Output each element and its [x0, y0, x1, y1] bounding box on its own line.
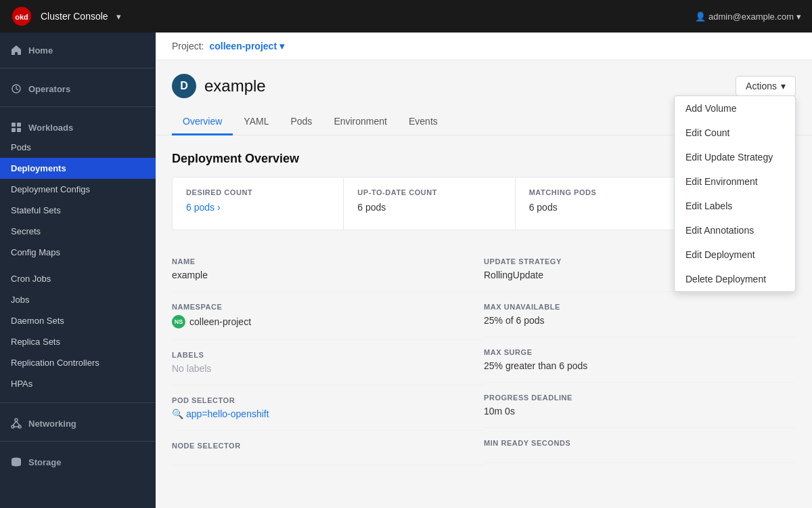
- sidebar-cron-jobs-label: Cron Jobs: [11, 274, 51, 284]
- sidebar-item-deployments[interactable]: Deployments: [0, 158, 156, 179]
- namespace-link[interactable]: colleen-project: [189, 316, 251, 327]
- sidebar-item-workloads[interactable]: Workloads: [0, 115, 156, 137]
- stat-desired-count: DESIRED COUNT 6 pods ›: [173, 177, 344, 230]
- sidebar-item-replication-controllers[interactable]: Replication Controllers: [0, 352, 156, 373]
- svg-line-11: [16, 421, 20, 425]
- sidebar-storage-label: Storage: [28, 457, 61, 467]
- sidebar-item-home[interactable]: Home: [0, 38, 156, 60]
- detail-node-selector: NODE SELECTOR: [172, 431, 484, 465]
- sidebar-operators-label: Operators: [28, 84, 70, 94]
- username-label: admin@example.com: [708, 12, 794, 22]
- detail-labels: LABELS No labels: [172, 340, 484, 385]
- sidebar-item-jobs[interactable]: Jobs: [0, 289, 156, 310]
- sidebar-replication-controllers-label: Replication Controllers: [11, 358, 99, 368]
- stat-uptodate-value: 6 pods: [357, 202, 501, 213]
- sidebar-jobs-label: Jobs: [11, 295, 29, 305]
- detail-max-unavailable: MAX UNAVAILABLE 25% of 6 pods: [484, 292, 796, 337]
- user-menu[interactable]: 👤 admin@example.com ▾: [695, 12, 801, 22]
- dropdown-item-edit-annotations[interactable]: Edit Annotations: [675, 218, 795, 242]
- stat-uptodate-count: UP-TO-DATE COUNT 6 pods: [344, 177, 515, 230]
- dropdown-item-edit-labels[interactable]: Edit Labels: [675, 194, 795, 218]
- stat-desired-value[interactable]: 6 pods ›: [186, 202, 330, 213]
- detail-max-unavailable-label: MAX UNAVAILABLE: [484, 303, 796, 311]
- dropdown-item-delete-deployment[interactable]: Delete Deployment: [675, 267, 795, 291]
- networking-icon: [11, 418, 22, 429]
- sidebar-divider-2: [0, 106, 156, 107]
- project-chevron-icon: ▾: [279, 41, 284, 51]
- detail-max-surge-label: MAX SURGE: [484, 348, 796, 356]
- sidebar-item-networking[interactable]: Networking: [0, 411, 156, 433]
- dropdown-item-edit-environment[interactable]: Edit Environment: [675, 169, 795, 194]
- cluster-console-label: Cluster Console: [41, 11, 108, 22]
- main-layout: Home Operators Workloads Pods Deployment…: [0, 33, 812, 508]
- sidebar-item-daemon-sets[interactable]: Daemon Sets: [0, 310, 156, 331]
- tab-events[interactable]: Events: [398, 109, 449, 135]
- sidebar-item-hpas[interactable]: HPAs: [0, 373, 156, 394]
- sidebar-item-secrets[interactable]: Secrets: [0, 221, 156, 242]
- svg-rect-5: [12, 128, 16, 132]
- project-label: Project:: [172, 41, 204, 51]
- dropdown-item-edit-deployment[interactable]: Edit Deployment: [675, 242, 795, 267]
- detail-namespace-label: NAMESPACE: [172, 303, 484, 311]
- sidebar-group-home: Home: [0, 33, 156, 65]
- chevron-down-icon: ▾: [116, 12, 121, 22]
- detail-namespace-value: NS colleen-project: [172, 315, 251, 329]
- svg-rect-4: [17, 123, 21, 127]
- project-bar: Project: colleen-project ▾: [156, 33, 812, 60]
- sidebar-group-workloads: Workloads Pods Deployments Deployment Co…: [0, 110, 156, 400]
- actions-chevron-icon: ▾: [781, 81, 786, 91]
- topbar: okd Cluster Console ▾ 👤 admin@example.co…: [0, 0, 812, 33]
- tab-pods[interactable]: Pods: [279, 109, 323, 135]
- sidebar-hpas-label: HPAs: [11, 379, 32, 389]
- content-area: Project: colleen-project ▾ D example Act…: [156, 33, 812, 508]
- storage-icon: [11, 457, 22, 467]
- sidebar-daemon-sets-label: Daemon Sets: [11, 316, 64, 326]
- detail-name: NAME example: [172, 247, 484, 292]
- detail-pod-selector-value[interactable]: 🔍app=hello-openshift: [172, 408, 484, 419]
- detail-labels-value: No labels: [172, 363, 484, 374]
- home-icon: [11, 45, 22, 56]
- detail-labels-label: LABELS: [172, 351, 484, 359]
- sidebar-config-maps-label: Config Maps: [11, 247, 60, 257]
- sidebar-item-replica-sets[interactable]: Replica Sets: [0, 331, 156, 352]
- detail-name-label: NAME: [172, 257, 484, 266]
- tab-environment[interactable]: Environment: [323, 109, 398, 135]
- details-left-col: NAME example NAMESPACE NS colleen-projec…: [172, 247, 484, 465]
- actions-dropdown-menu: Add Volume Edit Count Edit Update Strate…: [674, 96, 796, 292]
- sidebar-item-stateful-sets[interactable]: Stateful Sets: [0, 200, 156, 221]
- sidebar-item-cron-jobs[interactable]: Cron Jobs: [0, 268, 156, 289]
- operators-icon: [11, 83, 22, 94]
- sidebar-item-pods[interactable]: Pods: [0, 137, 156, 158]
- actions-label: Actions: [746, 81, 777, 91]
- sidebar-item-config-maps[interactable]: Config Maps: [0, 242, 156, 263]
- actions-button[interactable]: Actions ▾: [736, 76, 796, 96]
- detail-max-unavailable-value: 25% of 6 pods: [484, 315, 796, 326]
- svg-text:okd: okd: [15, 13, 28, 21]
- sidebar-item-storage[interactable]: Storage: [0, 450, 156, 471]
- stat-uptodate-label: UP-TO-DATE COUNT: [357, 188, 501, 196]
- sidebar-pods-label: Pods: [11, 142, 31, 152]
- detail-pod-selector-label: POD SELECTOR: [172, 396, 484, 404]
- detail-namespace: NAMESPACE NS colleen-project: [172, 292, 484, 340]
- cluster-console-dropdown[interactable]: ▾: [116, 12, 121, 22]
- okd-logo[interactable]: okd: [11, 5, 32, 27]
- detail-name-value: example: [172, 270, 484, 280]
- dropdown-item-edit-count[interactable]: Edit Count: [675, 121, 795, 145]
- sidebar-item-deployment-configs[interactable]: Deployment Configs: [0, 179, 156, 200]
- sidebar-group-storage: Storage: [0, 444, 156, 477]
- dropdown-item-add-volume[interactable]: Add Volume: [675, 96, 795, 121]
- sidebar-replica-sets-label: Replica Sets: [11, 337, 60, 347]
- tab-overview[interactable]: Overview: [172, 109, 233, 135]
- project-name-text: colleen-project: [209, 41, 277, 51]
- detail-max-surge: MAX SURGE 25% greater than 6 pods: [484, 337, 796, 383]
- sidebar: Home Operators Workloads Pods Deployment…: [0, 33, 156, 508]
- project-name[interactable]: colleen-project ▾: [209, 41, 284, 51]
- detail-max-surge-value: 25% greater than 6 pods: [484, 360, 796, 371]
- topbar-left: okd Cluster Console ▾: [11, 5, 121, 27]
- detail-progress-deadline-label: PROGRESS DEADLINE: [484, 394, 796, 402]
- sidebar-stateful-sets-label: Stateful Sets: [11, 205, 61, 215]
- dropdown-item-edit-update-strategy[interactable]: Edit Update Strategy: [675, 145, 795, 169]
- tab-yaml[interactable]: YAML: [233, 109, 279, 135]
- sidebar-item-operators[interactable]: Operators: [0, 77, 156, 98]
- sidebar-divider-1: [0, 68, 156, 68]
